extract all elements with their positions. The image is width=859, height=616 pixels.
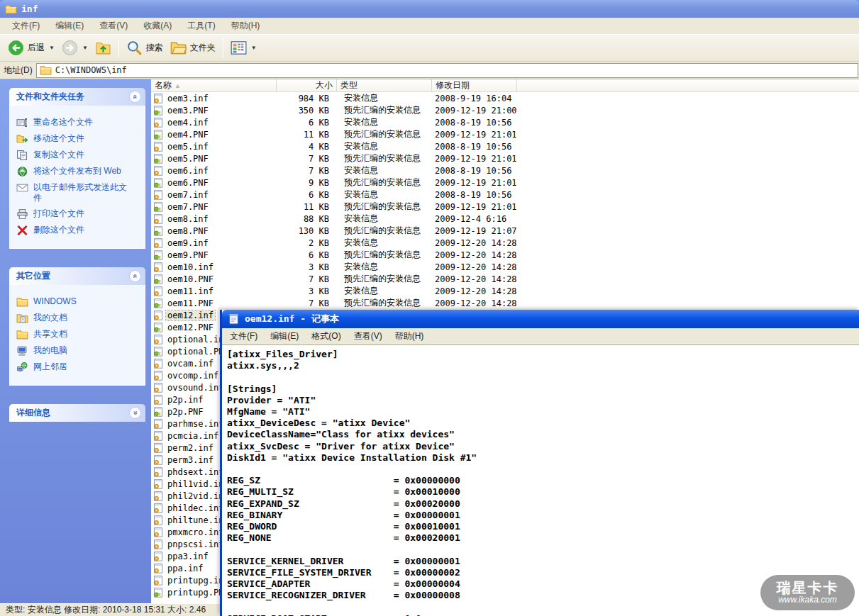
sidebar-item[interactable]: 移动这个文件 — [16, 133, 142, 145]
task-panel-header[interactable]: 其它位置« — [9, 267, 145, 285]
sidebar-item[interactable]: 重命名这个文件 — [16, 117, 142, 128]
inf-file-icon — [153, 213, 163, 224]
sidebar-item[interactable]: 我的电脑 — [16, 345, 142, 357]
notepad-text[interactable]: [atixx_Files_Driver] atixx.sys,,,2 [Stri… — [227, 349, 859, 616]
sidebar-item[interactable]: 打印这个文件 — [16, 208, 142, 220]
back-dropdown-icon[interactable]: ▼ — [49, 45, 55, 51]
file-name-cell: oem5.inf — [151, 141, 277, 152]
views-button[interactable]: ▼ — [227, 38, 260, 57]
file-row[interactable]: oem5.PNF7 KB预先汇编的安装信息2009-12-19 21:01 — [151, 152, 859, 164]
file-row[interactable]: oem10.PNF7 KB预先汇编的安装信息2009-12-20 14:28 — [151, 273, 859, 285]
forward-button[interactable]: ▼ — [58, 38, 92, 57]
file-name: oem9.inf — [166, 238, 210, 248]
file-row[interactable]: oem4.PNF11 KB预先汇编的安装信息2009-12-19 21:01 — [151, 128, 859, 140]
notepad-menubar: 文件(F)编辑(E)格式(O)查看(V)帮助(H) — [222, 328, 859, 345]
search-button[interactable]: 搜索 — [123, 38, 167, 57]
notepad-window: oem12.inf - 记事本 文件(F)编辑(E)格式(O)查看(V)帮助(H… — [220, 310, 859, 616]
file-type-cell: 安装信息 — [337, 261, 432, 273]
sidebar-item[interactable]: 共享文档 — [16, 329, 142, 340]
menu-item[interactable]: 帮助(H) — [223, 18, 268, 34]
file-row[interactable]: oem3.PNF350 KB预先汇编的安装信息2009-12-19 21:00 — [151, 104, 859, 116]
file-name-cell: oem9.PNF — [151, 250, 277, 260]
column-header-0[interactable]: 名称▲ — [151, 79, 277, 91]
file-name: oem3.inf — [166, 94, 210, 103]
notepad-menu-item[interactable]: 帮助(H) — [389, 328, 431, 345]
sidebar-item[interactable]: 复制这个文件 — [16, 150, 142, 161]
file-name-cell: oem3.PNF — [151, 105, 277, 116]
file-row[interactable]: oem3.inf984 KB安装信息2008-9-19 16:04 — [151, 92, 859, 104]
menu-item[interactable]: 查看(V) — [92, 18, 135, 34]
menu-item[interactable]: 文件(F) — [4, 18, 48, 34]
column-header-3[interactable]: 修改日期 — [432, 79, 517, 91]
file-name: oem11.PNF — [166, 298, 215, 308]
sidebar-item[interactable]: WINDOWS — [16, 296, 142, 308]
file-size-cell: 7 KB — [277, 274, 337, 284]
column-header-1[interactable]: 大小 — [277, 79, 337, 91]
file-row[interactable]: oem6.PNF9 KB预先汇编的安装信息2009-12-19 21:01 — [151, 177, 859, 189]
chevron-down-icon[interactable]: « — [129, 407, 141, 419]
file-name: pnpscsi.inf — [166, 539, 225, 549]
explorer-titlebar[interactable]: inf — [0, 0, 859, 18]
file-row[interactable]: oem7.PNF11 KB预先汇编的安装信息2009-12-19 21:01 — [151, 201, 859, 213]
file-row[interactable]: oem5.inf4 KB安装信息2008-8-19 10:56 — [151, 140, 859, 152]
chevron-up-icon[interactable]: « — [129, 91, 141, 103]
file-row[interactable]: oem10.inf3 KB安装信息2009-12-20 14:28 — [151, 261, 859, 273]
folders-button[interactable]: 文件夹 — [167, 38, 219, 57]
file-name-cell: oem11.PNF — [151, 298, 277, 308]
sidebar-item-label: 将这个文件发布到 Web — [33, 166, 121, 177]
task-panel: 其它位置«WINDOWS我的文档共享文档我的电脑网上邻居 — [9, 267, 145, 386]
notepad-menu-item[interactable]: 编辑(E) — [264, 328, 305, 345]
notepad-icon — [228, 313, 240, 325]
file-row[interactable]: oem4.inf6 KB安装信息2008-8-19 10:56 — [151, 116, 859, 128]
views-icon — [231, 40, 247, 56]
file-date-cell: 2009-12-19 21:07 — [432, 226, 517, 236]
file-name: oem6.inf — [166, 166, 210, 176]
up-button[interactable] — [92, 38, 115, 57]
notepad-menu-item[interactable]: 格式(O) — [305, 328, 347, 345]
file-name-cell: oem4.PNF — [151, 129, 277, 140]
file-name: oem6.PNF — [166, 178, 210, 188]
task-panel-header[interactable]: 文件和文件夹任务« — [9, 88, 145, 106]
sidebar-item[interactable]: 删除这个文件 — [16, 225, 142, 236]
file-row[interactable]: oem8.PNF130 KB预先汇编的安装信息2009-12-19 21:07 — [151, 225, 859, 237]
inf-file-icon — [153, 370, 163, 381]
file-date-cell: 2009-12-20 14:28 — [432, 274, 517, 284]
notepad-titlebar[interactable]: oem12.inf - 记事本 — [222, 310, 859, 328]
file-row[interactable]: oem11.inf3 KB安装信息2009-12-20 14:28 — [151, 285, 859, 297]
sidebar-item[interactable]: 将这个文件发布到 Web — [16, 166, 142, 177]
pnf-file-icon — [153, 153, 163, 164]
forward-dropdown-icon[interactable]: ▼ — [82, 45, 88, 51]
folder-icon — [40, 65, 52, 76]
chevron-up-icon[interactable]: « — [129, 270, 141, 282]
file-row[interactable]: oem11.PNF7 KB预先汇编的安装信息2009-12-20 14:28 — [151, 297, 859, 309]
file-row[interactable]: oem7.inf6 KB安装信息2008-8-19 10:56 — [151, 189, 859, 201]
sidebar-item[interactable]: 网上邻居 — [16, 362, 142, 373]
views-dropdown-icon[interactable]: ▼ — [251, 45, 257, 51]
menu-item[interactable]: 编辑(E) — [48, 18, 92, 34]
notepad-menu-item[interactable]: 文件(F) — [223, 328, 264, 345]
screen: inf 文件(F)编辑(E)查看(V)收藏(A)工具(T)帮助(H) 后退 ▼ … — [0, 0, 859, 616]
notepad-edit-area[interactable]: [atixx_Files_Driver] atixx.sys,,,2 [Stri… — [222, 345, 859, 616]
file-row[interactable]: oem8.inf88 KB安装信息2009-12-4 6:16 — [151, 213, 859, 225]
task-panel-header[interactable]: 详细信息« — [9, 404, 145, 422]
address-bar: 地址(D) C:\WINDOWS\inf — [0, 62, 859, 79]
file-name-cell: oem11.inf — [151, 286, 277, 296]
notepad-menu-item[interactable]: 查看(V) — [348, 328, 389, 345]
file-row[interactable]: oem9.PNF6 KB预先汇编的安装信息2009-12-20 14:28 — [151, 249, 859, 261]
file-name: oem4.PNF — [166, 130, 210, 140]
file-row[interactable]: oem9.inf2 KB安装信息2009-12-20 14:28 — [151, 237, 859, 249]
sidebar-item-label: 复制这个文件 — [33, 150, 84, 160]
menu-item[interactable]: 收藏(A) — [135, 18, 179, 34]
file-row[interactable]: oem6.inf7 KB安装信息2008-8-19 10:56 — [151, 164, 859, 177]
menu-item[interactable]: 工具(T) — [179, 18, 223, 34]
sidebar-item[interactable]: 以电子邮件形式发送此文件 — [16, 182, 142, 203]
column-header-2[interactable]: 类型 — [337, 79, 432, 91]
pnf-file-icon — [153, 298, 163, 308]
sidebar-item[interactable]: 我的文档 — [16, 313, 142, 324]
back-button[interactable]: 后退 ▼ — [4, 38, 58, 57]
inf-file-icon — [153, 442, 163, 453]
file-size-cell: 4 KB — [277, 142, 337, 152]
file-date-cell: 2009-12-20 14:28 — [432, 298, 517, 308]
address-input[interactable]: C:\WINDOWS\inf — [36, 63, 858, 78]
task-pane: 文件和文件夹任务«重命名这个文件移动这个文件复制这个文件将这个文件发布到 Web… — [0, 79, 151, 603]
